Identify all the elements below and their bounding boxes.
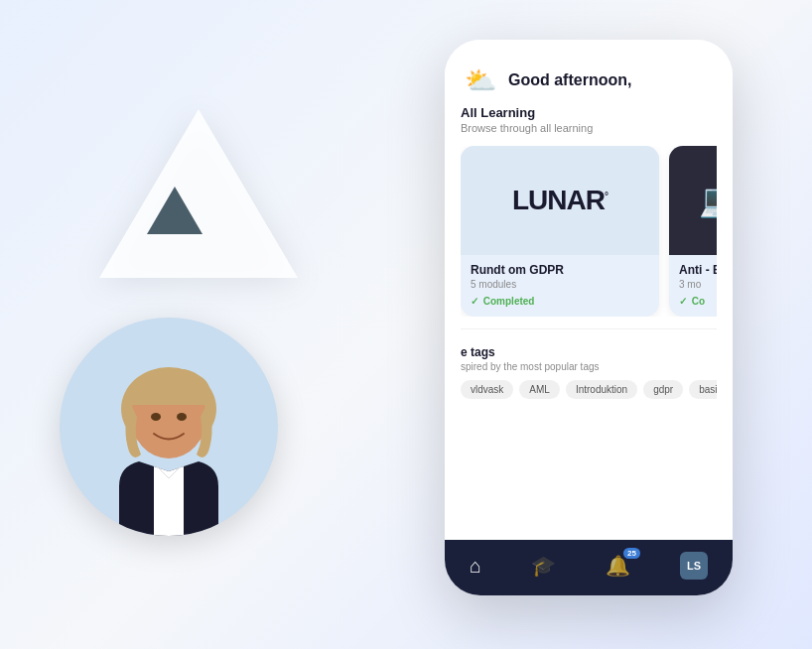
all-learning-sublabel: Browse through all learning <box>461 122 717 134</box>
tags-row: vldvask AML Introduktion gdpr basic <box>461 380 717 399</box>
home-icon: ⌂ <box>470 555 481 578</box>
nav-learning[interactable]: 🎓 <box>531 554 556 578</box>
course-card-1-image: LUNAR° <box>461 146 659 255</box>
divider <box>461 328 717 329</box>
weather-icon: ⛅ <box>465 67 496 93</box>
tag-aml[interactable]: AML <box>519 380 560 399</box>
nav-home[interactable]: ⌂ <box>470 555 481 578</box>
tags-sublabel: spired by the most popular tags <box>461 361 717 372</box>
course-cards-row: LUNAR° Rundt om GDPR 5 modules ✓ Complet… <box>461 146 717 317</box>
course-card-2-body: Anti - Ba 3 mo ✓ Co <box>669 255 717 317</box>
graduation-icon: 🎓 <box>531 554 556 578</box>
tag-basic[interactable]: basic <box>689 380 717 399</box>
course-2-modules: 3 mo <box>679 279 717 290</box>
lunar-logo: LUNAR° <box>512 185 608 216</box>
tags-section: e tags spired by the most popular tags v… <box>461 345 717 399</box>
play-triangle-decoration <box>129 129 248 248</box>
avatar-circle <box>60 318 278 536</box>
course-card-2[interactable]: 💻 Anti - Ba 3 mo ✓ Co <box>669 146 717 317</box>
course-2-title: Anti - Ba <box>679 263 717 277</box>
tag-vldvask[interactable]: vldvask <box>461 380 513 399</box>
laptop-icon: 💻 <box>699 182 717 219</box>
avatar <box>69 337 268 536</box>
notification-badge: 25 <box>623 548 640 559</box>
check-icon-1: ✓ <box>471 296 478 307</box>
phone-content: All Learning Browse through all learning… <box>445 105 733 540</box>
svg-point-2 <box>151 413 161 421</box>
tags-label: e tags <box>461 345 717 359</box>
tag-introduktion[interactable]: Introduktion <box>566 380 637 399</box>
profile-avatar: LS <box>680 552 708 580</box>
greeting-text: Good afternoon, <box>508 71 631 89</box>
course-card-2-image: 💻 <box>669 146 717 255</box>
course-2-status: ✓ Co <box>679 296 717 307</box>
phone-header: ⛅ Good afternoon, <box>445 40 733 105</box>
phone-nav: ⌂ 🎓 🔔 25 LS <box>445 540 733 595</box>
course-1-modules: 5 modules <box>471 279 649 290</box>
course-card-1[interactable]: LUNAR° Rundt om GDPR 5 modules ✓ Complet… <box>461 146 659 317</box>
course-1-status: ✓ Completed <box>471 296 649 307</box>
all-learning-label: All Learning <box>461 105 717 120</box>
course-1-title: Rundt om GDPR <box>471 263 649 277</box>
course-card-1-body: Rundt om GDPR 5 modules ✓ Completed <box>461 255 659 317</box>
check-icon-2: ✓ <box>679 296 687 307</box>
svg-point-3 <box>177 413 187 421</box>
nav-profile[interactable]: LS <box>680 552 708 580</box>
nav-notifications[interactable]: 🔔 25 <box>606 554 630 578</box>
phone-mockup: ⛅ Good afternoon, All Learning Browse th… <box>445 40 733 595</box>
tag-gdpr[interactable]: gdpr <box>643 380 683 399</box>
